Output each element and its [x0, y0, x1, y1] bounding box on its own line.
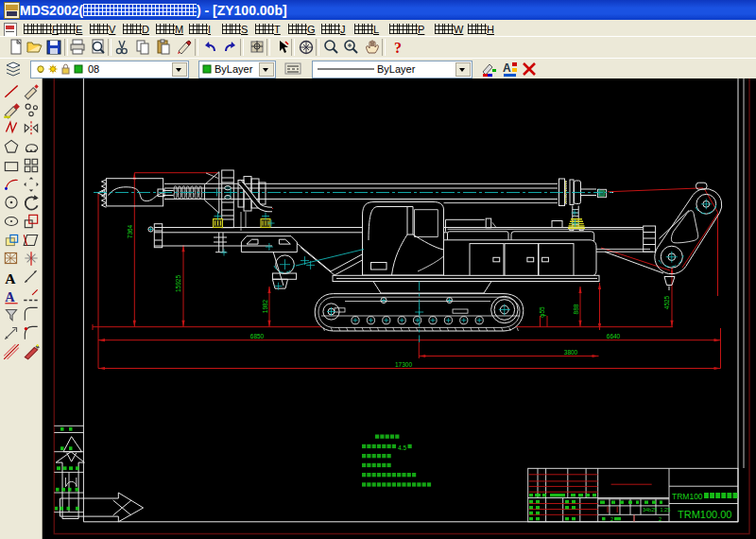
svg-text:φ55: φ55	[539, 306, 546, 318]
svg-text:1982: 1982	[262, 299, 268, 313]
svg-text:15925: 15925	[175, 275, 181, 292]
svg-text:ByLayer: ByLayer	[215, 63, 253, 75]
svg-text:2: 2	[610, 516, 613, 522]
svg-text:A: A	[503, 61, 511, 75]
svg-text:2: 2	[659, 516, 662, 522]
svg-text:34b25: 34b25	[643, 507, 657, 513]
svg-text:08: 08	[88, 63, 99, 75]
svg-text:3800: 3800	[564, 349, 578, 356]
svg-text:1:25: 1:25	[661, 507, 671, 513]
svg-text:TRM100.00: TRM100.00	[678, 509, 731, 520]
svg-text:?: ?	[394, 40, 402, 56]
svg-text:17300: 17300	[395, 361, 412, 368]
svg-text:4.5: 4.5	[398, 444, 406, 451]
svg-text:7364: 7364	[127, 224, 133, 238]
svg-text:A: A	[5, 288, 15, 304]
svg-text:ByLayer: ByLayer	[377, 63, 416, 75]
svg-text:6850: 6850	[250, 333, 265, 339]
svg-text:A: A	[5, 270, 16, 287]
svg-text:6640: 6640	[607, 333, 621, 339]
svg-text:4525: 4525	[663, 295, 670, 309]
svg-text:TRM100: TRM100	[672, 492, 703, 501]
svg-text:888: 888	[573, 304, 579, 314]
